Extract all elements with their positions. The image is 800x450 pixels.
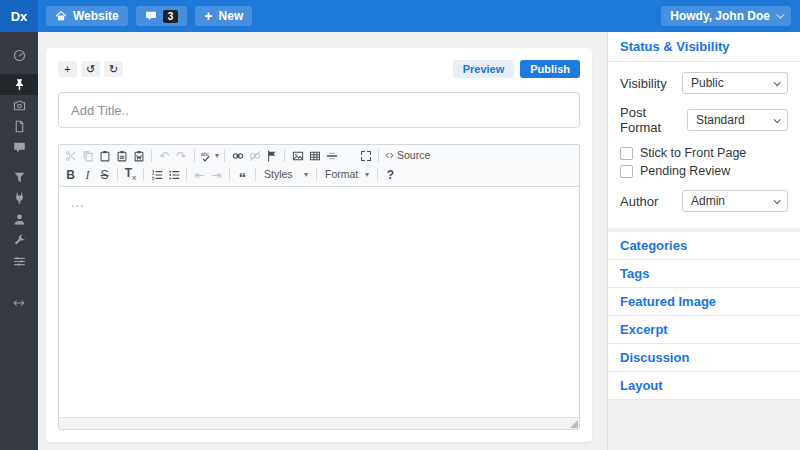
pin-icon <box>13 78 26 91</box>
resize-grip[interactable] <box>570 420 578 428</box>
toolbar-separator <box>224 149 225 162</box>
comments-button[interactable]: 3 <box>136 6 188 26</box>
author-select[interactable]: Admin <box>682 190 788 212</box>
cut-button[interactable] <box>62 148 79 164</box>
numbered-list-button[interactable] <box>148 167 165 183</box>
sidebar-item-appearance[interactable] <box>0 167 38 188</box>
about-icon: ? <box>387 169 394 181</box>
publish-button[interactable]: Publish <box>520 60 580 78</box>
sidebar-item-pages[interactable] <box>0 116 38 137</box>
sidebar-item-posts[interactable] <box>0 74 38 95</box>
new-label: New <box>219 9 244 23</box>
wrench-icon <box>13 234 26 247</box>
sidebar-item-dashboard[interactable] <box>0 45 38 66</box>
paste-icon <box>99 150 111 162</box>
undo-button[interactable]: ↶ <box>156 148 173 164</box>
panel-categories[interactable]: Categories <box>608 232 800 260</box>
account-label: Howdy, John Doe <box>670 9 770 23</box>
comments-count-badge: 3 <box>163 10 179 23</box>
checkbox-icon[interactable] <box>620 165 633 178</box>
chevron-down-icon <box>774 116 781 123</box>
checkbox-icon[interactable] <box>620 147 633 160</box>
toolbar-separator <box>143 168 144 181</box>
bulleted-list-button[interactable] <box>165 167 182 183</box>
account-menu-button[interactable]: Howdy, John Doe <box>661 6 791 26</box>
toolbar-separator <box>284 149 285 162</box>
panel-layout[interactable]: Layout <box>608 372 800 400</box>
preview-button[interactable]: Preview <box>453 60 515 78</box>
source-button[interactable]: Source <box>383 148 431 164</box>
gauge-icon <box>13 49 26 62</box>
copy-button[interactable] <box>79 148 96 164</box>
image-button[interactable] <box>289 148 306 164</box>
bold-button[interactable]: B <box>62 167 79 183</box>
redo-button[interactable]: ↻ <box>104 61 123 77</box>
horizontal-rule-button[interactable] <box>323 148 340 164</box>
editor-content-area[interactable]: ... <box>59 187 579 417</box>
table-button[interactable] <box>306 148 323 164</box>
about-button[interactable]: ? <box>382 167 399 183</box>
chevron-down-icon: ▾ <box>215 152 219 160</box>
sidebar-item-settings[interactable] <box>0 251 38 272</box>
italic-icon: I <box>86 169 90 181</box>
panel-featured-image[interactable]: Featured Image <box>608 288 800 316</box>
sidebar-item-collapse-menu[interactable] <box>0 292 38 313</box>
post-format-label: Post Format <box>620 105 687 135</box>
sidebar-item-plugins[interactable] <box>0 188 38 209</box>
unlink-button[interactable] <box>246 148 263 164</box>
italic-button[interactable]: I <box>79 167 96 183</box>
remove-format-button[interactable]: Tx <box>122 167 139 183</box>
paste-from-word-icon <box>133 150 145 162</box>
panel-tags[interactable]: Tags <box>608 260 800 288</box>
paste-plain-text-button[interactable] <box>113 148 130 164</box>
unlink-icon <box>249 150 261 162</box>
editor-toolbar-row1: ↶↷abc▾Source <box>62 146 576 165</box>
plus-icon: + <box>204 9 212 23</box>
chevron-down-icon <box>774 79 781 86</box>
sidebar-item-tools[interactable] <box>0 230 38 251</box>
sidebar-item-users[interactable] <box>0 209 38 230</box>
post-format-select[interactable]: Standard <box>687 109 788 131</box>
paste-button[interactable] <box>96 148 113 164</box>
toolbar-separator <box>194 149 195 162</box>
stick-to-front-page-checkbox-row[interactable]: Stick to Front Page <box>620 146 788 160</box>
strikethrough-button[interactable]: S <box>96 167 113 183</box>
brand-logo[interactable]: Dx <box>0 0 38 32</box>
maximize-button[interactable] <box>357 148 374 164</box>
panel-excerpt[interactable]: Excerpt <box>608 316 800 344</box>
anchor-button[interactable] <box>263 148 280 164</box>
content-placeholder: ... <box>71 195 85 210</box>
redo-button[interactable]: ↷ <box>173 148 190 164</box>
format-dropdown[interactable]: Format▾ <box>321 167 373 183</box>
panel-discussion[interactable]: Discussion <box>608 344 800 372</box>
blockquote-button[interactable]: “ <box>234 167 251 183</box>
visibility-select[interactable]: Public <box>682 72 788 94</box>
post-title-input[interactable] <box>58 92 580 128</box>
new-button[interactable]: + New <box>195 6 252 26</box>
blockquote-icon: “ <box>239 170 247 179</box>
sidebar-item-comments[interactable] <box>0 137 38 158</box>
website-button[interactable]: Website <box>46 6 128 26</box>
post-editor-card: + ↺ ↻ Preview Publish ↶↷abc▾Source BISTx… <box>46 48 592 442</box>
pending-review-checkbox-row[interactable]: Pending Review <box>620 164 788 178</box>
panel-status-visibility[interactable]: Status & Visibility <box>608 32 800 62</box>
indent-button[interactable]: ⇥ <box>208 167 225 183</box>
settings-panel: Status & Visibility Visibility Public Po… <box>607 32 800 450</box>
strikethrough-icon: S <box>100 169 108 181</box>
rich-text-editor: ↶↷abc▾Source BISTx⇤⇥“Styles▾Format▾? ... <box>58 144 580 430</box>
paste-from-word-button[interactable] <box>130 148 147 164</box>
camera-icon <box>13 99 26 112</box>
special-character-button[interactable] <box>340 148 357 164</box>
outdent-button[interactable]: ⇤ <box>191 167 208 183</box>
editor-status-bar <box>59 417 579 429</box>
author-label: Author <box>620 194 658 209</box>
add-block-button[interactable]: + <box>58 61 77 77</box>
undo-button[interactable]: ↺ <box>81 61 100 77</box>
link-button[interactable] <box>229 148 246 164</box>
styles-dropdown[interactable]: Styles▾ <box>260 167 312 183</box>
post-format-field: Post Format Standard <box>620 105 788 135</box>
horizontal-rule-icon <box>326 150 338 162</box>
spell-check-button[interactable]: abc▾ <box>199 148 220 164</box>
sidebar-item-media[interactable] <box>0 95 38 116</box>
link-icon <box>232 150 244 162</box>
